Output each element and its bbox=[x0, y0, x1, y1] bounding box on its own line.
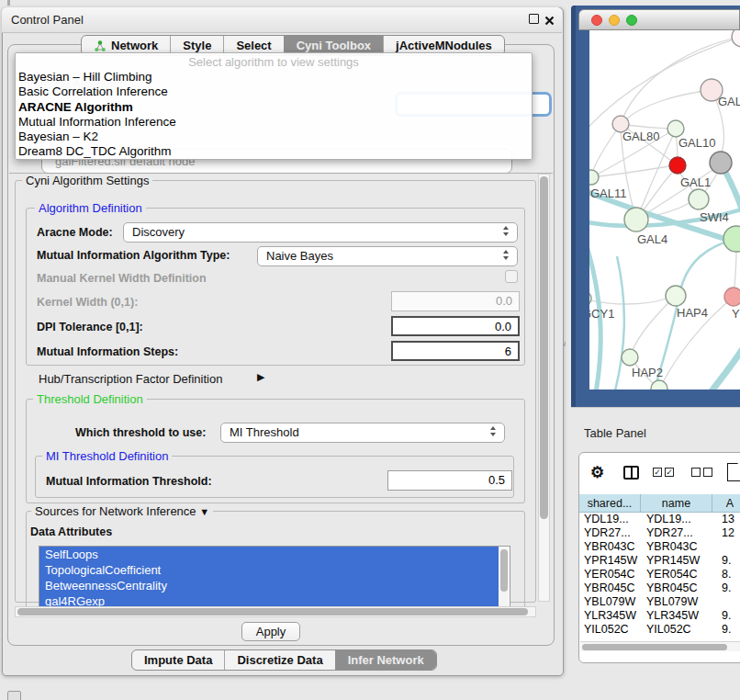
table-row[interactable]: YBR045CYBR045C9. bbox=[579, 581, 740, 595]
table-cell: YBL079W bbox=[641, 595, 712, 609]
sources-legend-text: Sources for Network Inference bbox=[35, 504, 196, 518]
select-all-checkbox-icon[interactable]: ✓ bbox=[665, 468, 674, 477]
which-threshold-label: Which threshold to use: bbox=[75, 426, 206, 439]
expand-right-icon[interactable]: ▶ bbox=[257, 371, 264, 383]
algorithm-popup: Select algorithm to view settings Bayesi… bbox=[15, 52, 533, 160]
network-node[interactable] bbox=[667, 120, 684, 137]
settings-horizontal-scrollbar[interactable] bbox=[15, 606, 536, 617]
data-attributes-list[interactable]: SelfLoopsTopologicalCoefficientBetweenne… bbox=[39, 546, 510, 608]
attributes-scrollbar[interactable] bbox=[499, 548, 509, 606]
network-window-titlebar[interactable] bbox=[578, 9, 740, 30]
table-row[interactable]: YDR27...YDR27...12 bbox=[579, 526, 740, 540]
network-node[interactable] bbox=[669, 157, 686, 174]
tab-impute-data[interactable]: Impute Data bbox=[132, 650, 224, 670]
column-header[interactable]: shared... bbox=[579, 494, 641, 513]
network-node[interactable] bbox=[723, 226, 740, 252]
algorithm-option[interactable]: Mutual Information Inference bbox=[16, 115, 532, 130]
deselect-all-checkbox-icon[interactable] bbox=[703, 468, 712, 477]
spinner-arrows-icon bbox=[503, 250, 510, 260]
kernel-width-label: Kernel Width (0,1): bbox=[37, 296, 138, 309]
table-horizontal-scrollbar[interactable] bbox=[580, 641, 740, 651]
network-icon bbox=[94, 40, 107, 52]
table-row[interactable]: YIL052CYIL052C9. bbox=[579, 623, 740, 637]
mi-type-combo[interactable]: Naive Bayes bbox=[257, 246, 518, 266]
table-cell: YDR27... bbox=[579, 526, 641, 540]
mi-steps-label: Mutual Information Steps: bbox=[37, 345, 178, 358]
table-cell: YLR345W bbox=[641, 609, 712, 623]
minimized-panel-icon[interactable] bbox=[7, 691, 21, 700]
settings-vertical-scrollbar[interactable] bbox=[538, 174, 550, 602]
node-label: GAL bbox=[718, 95, 740, 108]
panel-resize-grip[interactable]: ~ bbox=[559, 342, 569, 347]
table-cell: YPR145W bbox=[579, 554, 641, 568]
algorithm-option[interactable]: ARACNE Algorithm bbox=[16, 100, 532, 115]
table-row[interactable]: YLR345WYLR345W9. bbox=[579, 609, 740, 623]
node-label: GAL1 bbox=[680, 175, 711, 189]
network-node[interactable] bbox=[689, 189, 709, 209]
cyni-settings-legend: Cyni Algorithm Settings bbox=[22, 174, 152, 187]
table-row[interactable]: YBL079WYBL079W bbox=[579, 595, 740, 609]
mi-steps-field[interactable]: 6 bbox=[391, 341, 520, 361]
network-node[interactable] bbox=[710, 152, 732, 174]
tab-discretize-data[interactable]: Discretize Data bbox=[224, 650, 334, 670]
algorithm-option[interactable]: Dream8 DC_TDC Algorithm bbox=[16, 144, 532, 159]
table-row[interactable]: YPR145WYPR145W9. bbox=[579, 554, 740, 568]
network-node[interactable] bbox=[589, 291, 591, 306]
algorithm-option[interactable]: Bayesian – Hill Climbing bbox=[16, 70, 532, 85]
tab-label: Infer Network bbox=[348, 653, 424, 667]
table-row[interactable]: YBR043CYBR043C bbox=[579, 540, 740, 554]
collapse-down-icon[interactable]: ▼ bbox=[199, 506, 209, 517]
table-row[interactable]: YDL19...YDL19...13 bbox=[579, 513, 740, 526]
table-body: YDL19...YDL19...13YDR27...YDR27...12YBR0… bbox=[579, 513, 740, 637]
network-canvas[interactable]: GALGAL80GAL10GAL1GAL11SWI4GAL4GCY1HAP4YH… bbox=[589, 30, 740, 390]
apply-button[interactable]: Apply bbox=[241, 622, 300, 641]
table-cell: YIL052C bbox=[579, 623, 641, 637]
table-cell: YPR145W bbox=[641, 554, 712, 568]
kernel-width-field[interactable]: 0.0 bbox=[391, 291, 520, 311]
split-columns-icon[interactable] bbox=[623, 466, 639, 480]
minimize-traffic-light-icon[interactable] bbox=[609, 15, 620, 26]
network-node[interactable] bbox=[651, 380, 667, 390]
new-table-icon[interactable] bbox=[727, 463, 740, 481]
algorithm-option[interactable]: Basic Correlation Inference bbox=[16, 85, 532, 99]
close-traffic-light-icon[interactable] bbox=[591, 15, 602, 26]
attribute-list-item[interactable]: BetweennessCentrality bbox=[39, 578, 499, 593]
mi-threshold-label: Mutual Information Threshold: bbox=[46, 475, 212, 488]
tab-label: Select bbox=[236, 39, 271, 52]
tab-infer-network[interactable]: Infer Network bbox=[335, 650, 436, 670]
sources-legend: Sources for Network Inference ▼ bbox=[31, 504, 213, 518]
dpi-tolerance-field[interactable]: 0.0 bbox=[391, 316, 520, 336]
network-node[interactable] bbox=[666, 286, 686, 306]
network-node[interactable] bbox=[624, 208, 648, 231]
table-cell: YDR27... bbox=[641, 526, 712, 540]
float-window-icon[interactable] bbox=[529, 14, 539, 24]
node-label: GCY1 bbox=[589, 307, 614, 321]
deselect-all-checkbox-icon[interactable] bbox=[691, 468, 701, 477]
which-threshold-combo[interactable]: MI Threshold bbox=[220, 423, 505, 443]
network-node[interactable] bbox=[589, 170, 599, 185]
select-all-checkbox-icon[interactable]: ✓ bbox=[653, 468, 662, 477]
close-icon[interactable] bbox=[544, 13, 555, 29]
table-cell: YBR045C bbox=[641, 581, 712, 595]
gear-icon[interactable]: ⚙ bbox=[590, 463, 604, 482]
hub-definition-label[interactable]: Hub/Transcription Factor Definition bbox=[39, 372, 222, 386]
attribute-list-item[interactable]: SelfLoops bbox=[39, 547, 499, 562]
column-header[interactable]: A bbox=[712, 494, 740, 513]
table-row[interactable]: YER054CYER054C8. bbox=[579, 568, 740, 581]
manual-kernel-checkbox[interactable] bbox=[505, 270, 518, 283]
attribute-list-item[interactable]: TopologicalCoefficient bbox=[39, 562, 499, 578]
mi-threshold-field[interactable]: 0.5 bbox=[387, 470, 512, 491]
zoom-traffic-light-icon[interactable] bbox=[626, 15, 637, 26]
aracne-mode-combo[interactable]: Discovery bbox=[123, 222, 518, 243]
table-cell: YLR345W bbox=[579, 609, 641, 623]
table-cell: YER054C bbox=[579, 568, 641, 581]
column-header[interactable]: name bbox=[641, 494, 712, 513]
network-node[interactable] bbox=[622, 349, 638, 366]
control-panel-titlebar[interactable] bbox=[2, 7, 562, 33]
algorithm-option[interactable]: Bayesian – K2 bbox=[16, 130, 532, 144]
dpi-tolerance-label: DPI Tolerance [0,1]: bbox=[37, 321, 143, 333]
network-node[interactable] bbox=[732, 30, 740, 47]
algorithm-popup-placeholder: Select algorithm to view settings bbox=[16, 53, 532, 70]
network-node[interactable] bbox=[724, 288, 740, 306]
tab-label: Network bbox=[111, 39, 158, 52]
